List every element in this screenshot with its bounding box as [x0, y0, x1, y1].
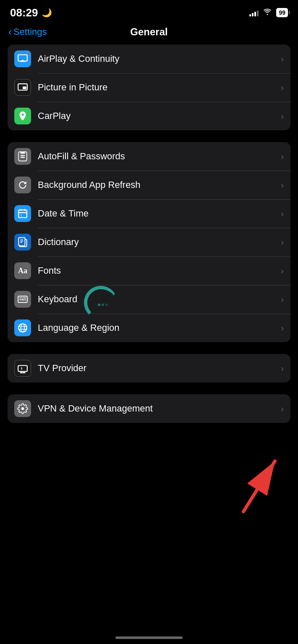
battery-level: 99: [279, 9, 285, 16]
pip-icon: [14, 79, 31, 96]
dictionary-chevron-icon: ›: [281, 238, 284, 247]
back-chevron-icon: ‹: [8, 26, 12, 38]
home-indicator: [115, 636, 183, 639]
bgrefresh-chevron-icon: ›: [281, 180, 284, 190]
airplay-row[interactable]: AirPlay & Continuity ›: [8, 45, 290, 73]
keyboard-label: Keyboard: [38, 294, 277, 305]
keyboard-icon: [14, 291, 31, 308]
datetime-icon: 1: [14, 205, 31, 222]
bgrefresh-label: Background App Refresh: [38, 179, 277, 190]
carplay-row[interactable]: CarPlay ›: [8, 102, 290, 130]
status-bar: 08:29 🌙 99: [0, 0, 298, 23]
vpn-label: VPN & Device Management: [38, 403, 277, 414]
svg-rect-17: [18, 238, 25, 246]
fonts-chevron-icon: ›: [281, 266, 284, 276]
vpn-chevron-icon: ›: [281, 404, 284, 414]
language-row[interactable]: Language & Region ›: [8, 314, 290, 342]
signal-icon: [249, 9, 259, 16]
settings-section-4: VPN & Device Management ›: [8, 394, 290, 423]
settings-section-1: AirPlay & Continuity › Picture in Pictur…: [8, 45, 290, 130]
moon-icon: 🌙: [42, 8, 52, 18]
pip-label: Picture in Picture: [38, 82, 277, 93]
datetime-label: Date & Time: [38, 208, 277, 219]
page-title: General: [130, 26, 167, 38]
vpn-icon: [14, 400, 31, 417]
svg-rect-33: [18, 366, 27, 372]
carplay-label: CarPlay: [38, 111, 277, 121]
status-icons: 99: [249, 8, 288, 18]
language-label: Language & Region: [38, 322, 277, 333]
svg-rect-28: [24, 299, 26, 300]
dictionary-icon: [14, 234, 31, 251]
bgrefresh-icon: [14, 177, 31, 193]
svg-point-30: [21, 324, 25, 332]
battery-icon: 99: [276, 8, 288, 17]
svg-rect-27: [24, 298, 26, 298]
svg-rect-23: [21, 298, 23, 298]
back-label: Settings: [13, 26, 47, 37]
svg-rect-22: [19, 298, 21, 298]
tvprovider-row[interactable]: $ TV Provider ›: [8, 354, 290, 383]
svg-point-8: [21, 157, 22, 158]
language-icon: [14, 319, 31, 336]
fonts-label: Fonts: [38, 265, 277, 276]
svg-point-5: [21, 155, 22, 156]
datetime-chevron-icon: ›: [281, 209, 284, 219]
tvprovider-label: TV Provider: [38, 363, 277, 374]
settings-section-2: AutoFill & Passwords › Background App Re…: [8, 142, 290, 342]
tvprovider-chevron-icon: ›: [281, 364, 284, 373]
svg-point-10: [24, 157, 25, 158]
vpn-row[interactable]: VPN & Device Management ›: [8, 394, 290, 423]
keyboard-row[interactable]: Keyboard ›: [8, 285, 290, 314]
svg-text:1: 1: [21, 214, 22, 217]
svg-rect-12: [18, 210, 27, 217]
time-label: 08:29: [10, 6, 38, 19]
keyboard-chevron-icon: ›: [281, 295, 284, 304]
language-chevron-icon: ›: [281, 323, 284, 333]
pip-row[interactable]: Picture in Picture ›: [8, 73, 290, 102]
autofill-label: AutoFill & Passwords: [38, 151, 277, 162]
bgrefresh-row[interactable]: Background App Refresh ›: [8, 171, 290, 199]
wifi-icon: [263, 8, 272, 18]
nav-header: ‹ Settings General: [0, 23, 298, 45]
red-arrow: [210, 444, 285, 520]
svg-point-38: [21, 407, 24, 410]
svg-rect-3: [23, 87, 26, 90]
airplay-icon: [14, 50, 31, 67]
svg-point-29: [18, 324, 27, 332]
datetime-row[interactable]: 1 Date & Time ›: [8, 199, 290, 228]
carplay-chevron-icon: ›: [281, 111, 284, 121]
carplay-icon: [14, 108, 31, 124]
airplay-label: AirPlay & Continuity: [38, 53, 277, 64]
tvprovider-icon: $: [14, 360, 31, 377]
dictionary-label: Dictionary: [38, 237, 277, 248]
svg-text:$: $: [21, 367, 23, 370]
svg-point-6: [22, 155, 23, 156]
fonts-icon: Aa: [14, 262, 31, 279]
autofill-chevron-icon: ›: [281, 152, 284, 161]
svg-line-40: [243, 461, 275, 512]
svg-rect-25: [19, 299, 21, 300]
svg-point-9: [22, 157, 23, 158]
fonts-row[interactable]: Aa Fonts ›: [8, 256, 290, 285]
dictionary-row[interactable]: Dictionary ›: [8, 228, 290, 256]
svg-rect-26: [21, 299, 24, 300]
status-time: 08:29 🌙: [10, 6, 52, 19]
settings-section-3: $ TV Provider ›: [8, 354, 290, 383]
svg-point-7: [24, 155, 25, 156]
autofill-icon: [14, 148, 31, 165]
back-button[interactable]: ‹ Settings: [8, 26, 47, 38]
autofill-row[interactable]: AutoFill & Passwords ›: [8, 142, 290, 171]
airplay-chevron-icon: ›: [281, 54, 284, 64]
pip-chevron-icon: ›: [281, 83, 284, 92]
svg-rect-24: [23, 298, 24, 298]
